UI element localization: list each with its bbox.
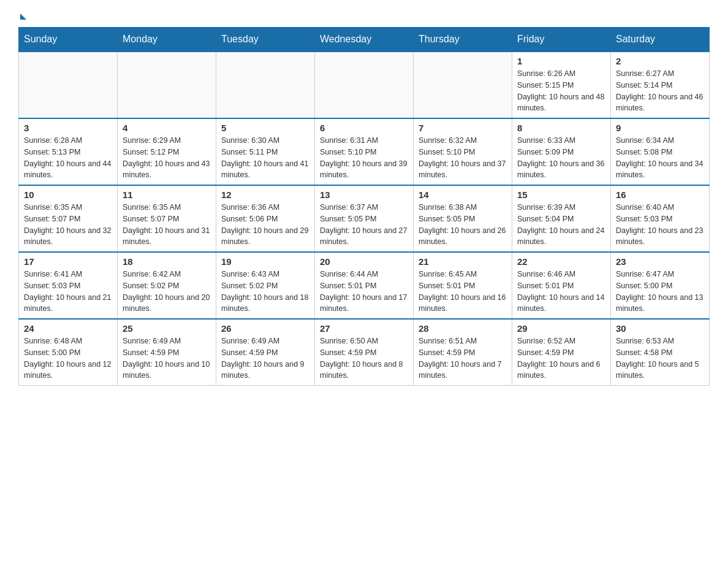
calendar-cell: 6Sunrise: 6:31 AMSunset: 5:10 PMDaylight…	[315, 118, 414, 185]
calendar-table: SundayMondayTuesdayWednesdayThursdayFrid…	[18, 27, 710, 386]
calendar-cell: 3Sunrise: 6:28 AMSunset: 5:13 PMDaylight…	[19, 118, 118, 185]
day-number: 21	[419, 256, 507, 267]
day-info: Sunrise: 6:40 AMSunset: 5:03 PMDaylight:…	[616, 202, 704, 248]
day-info: Sunrise: 6:27 AMSunset: 5:14 PMDaylight:…	[616, 68, 704, 114]
day-info: Sunrise: 6:47 AMSunset: 5:00 PMDaylight:…	[616, 269, 704, 315]
day-info: Sunrise: 6:38 AMSunset: 5:05 PMDaylight:…	[419, 202, 507, 248]
day-info: Sunrise: 6:49 AMSunset: 4:59 PMDaylight:…	[221, 335, 309, 381]
day-info: Sunrise: 6:50 AMSunset: 4:59 PMDaylight:…	[320, 335, 408, 381]
day-number: 7	[419, 123, 507, 133]
day-info: Sunrise: 6:52 AMSunset: 4:59 PMDaylight:…	[517, 335, 605, 381]
calendar-cell: 10Sunrise: 6:35 AMSunset: 5:07 PMDayligh…	[19, 185, 118, 252]
day-number: 18	[123, 256, 211, 267]
day-number: 28	[419, 323, 507, 334]
calendar-cell: 30Sunrise: 6:53 AMSunset: 4:58 PMDayligh…	[611, 319, 710, 386]
calendar-cell: 16Sunrise: 6:40 AMSunset: 5:03 PMDayligh…	[611, 185, 710, 252]
day-of-week-friday: Friday	[512, 28, 611, 52]
logo	[18, 12, 26, 17]
calendar-cell: 4Sunrise: 6:29 AMSunset: 5:12 PMDaylight…	[118, 118, 216, 185]
day-number: 5	[221, 123, 309, 133]
calendar-week-4: 17Sunrise: 6:41 AMSunset: 5:03 PMDayligh…	[19, 252, 710, 319]
day-number: 17	[24, 256, 112, 267]
day-number: 29	[517, 323, 605, 334]
calendar-header-row: SundayMondayTuesdayWednesdayThursdayFrid…	[19, 28, 710, 52]
day-info: Sunrise: 6:30 AMSunset: 5:11 PMDaylight:…	[221, 135, 309, 181]
calendar-cell: 8Sunrise: 6:33 AMSunset: 5:09 PMDaylight…	[512, 118, 611, 185]
calendar-cell: 23Sunrise: 6:47 AMSunset: 5:00 PMDayligh…	[611, 252, 710, 319]
day-number: 19	[221, 256, 309, 267]
day-of-week-sunday: Sunday	[19, 28, 118, 52]
day-number: 6	[320, 123, 408, 133]
day-info: Sunrise: 6:35 AMSunset: 5:07 PMDaylight:…	[123, 202, 211, 248]
calendar-cell: 26Sunrise: 6:49 AMSunset: 4:59 PMDayligh…	[216, 319, 315, 386]
day-of-week-tuesday: Tuesday	[216, 28, 315, 52]
day-info: Sunrise: 6:49 AMSunset: 4:59 PMDaylight:…	[123, 335, 211, 381]
day-number: 8	[517, 123, 605, 133]
day-info: Sunrise: 6:29 AMSunset: 5:12 PMDaylight:…	[123, 135, 211, 181]
calendar-cell: 29Sunrise: 6:52 AMSunset: 4:59 PMDayligh…	[512, 319, 611, 386]
day-info: Sunrise: 6:34 AMSunset: 5:08 PMDaylight:…	[616, 135, 704, 181]
calendar-week-1: 1Sunrise: 6:26 AMSunset: 5:15 PMDaylight…	[19, 52, 710, 118]
day-of-week-wednesday: Wednesday	[315, 28, 414, 52]
calendar-cell: 2Sunrise: 6:27 AMSunset: 5:14 PMDaylight…	[611, 52, 710, 118]
calendar-cell: 28Sunrise: 6:51 AMSunset: 4:59 PMDayligh…	[414, 319, 512, 386]
calendar-cell	[414, 52, 512, 118]
calendar-week-3: 10Sunrise: 6:35 AMSunset: 5:07 PMDayligh…	[19, 185, 710, 252]
calendar-cell: 27Sunrise: 6:50 AMSunset: 4:59 PMDayligh…	[315, 319, 414, 386]
logo-triangle-icon	[20, 13, 26, 20]
day-number: 30	[616, 323, 704, 334]
page-header	[18, 12, 710, 17]
calendar-cell	[19, 52, 118, 118]
day-info: Sunrise: 6:28 AMSunset: 5:13 PMDaylight:…	[24, 135, 112, 181]
calendar-cell: 22Sunrise: 6:46 AMSunset: 5:01 PMDayligh…	[512, 252, 611, 319]
day-info: Sunrise: 6:36 AMSunset: 5:06 PMDaylight:…	[221, 202, 309, 248]
day-info: Sunrise: 6:26 AMSunset: 5:15 PMDaylight:…	[517, 68, 605, 114]
day-number: 27	[320, 323, 408, 334]
day-number: 1	[517, 56, 605, 66]
day-number: 24	[24, 323, 112, 334]
day-info: Sunrise: 6:41 AMSunset: 5:03 PMDaylight:…	[24, 269, 112, 315]
calendar-cell: 11Sunrise: 6:35 AMSunset: 5:07 PMDayligh…	[118, 185, 216, 252]
day-info: Sunrise: 6:32 AMSunset: 5:10 PMDaylight:…	[419, 135, 507, 181]
day-number: 15	[517, 190, 605, 200]
calendar-week-5: 24Sunrise: 6:48 AMSunset: 5:00 PMDayligh…	[19, 319, 710, 386]
calendar-cell	[118, 52, 216, 118]
day-number: 14	[419, 190, 507, 200]
calendar-cell: 14Sunrise: 6:38 AMSunset: 5:05 PMDayligh…	[414, 185, 512, 252]
day-number: 10	[24, 190, 112, 200]
day-number: 13	[320, 190, 408, 200]
calendar-cell: 20Sunrise: 6:44 AMSunset: 5:01 PMDayligh…	[315, 252, 414, 319]
day-info: Sunrise: 6:51 AMSunset: 4:59 PMDaylight:…	[419, 335, 507, 381]
day-number: 22	[517, 256, 605, 267]
day-number: 23	[616, 256, 704, 267]
day-number: 12	[221, 190, 309, 200]
day-number: 3	[24, 123, 112, 133]
day-number: 2	[616, 56, 704, 66]
calendar-cell: 25Sunrise: 6:49 AMSunset: 4:59 PMDayligh…	[118, 319, 216, 386]
calendar-cell: 15Sunrise: 6:39 AMSunset: 5:04 PMDayligh…	[512, 185, 611, 252]
calendar-cell: 21Sunrise: 6:45 AMSunset: 5:01 PMDayligh…	[414, 252, 512, 319]
day-number: 25	[123, 323, 211, 334]
day-info: Sunrise: 6:43 AMSunset: 5:02 PMDaylight:…	[221, 269, 309, 315]
day-info: Sunrise: 6:37 AMSunset: 5:05 PMDaylight:…	[320, 202, 408, 248]
day-info: Sunrise: 6:42 AMSunset: 5:02 PMDaylight:…	[123, 269, 211, 315]
calendar-cell: 12Sunrise: 6:36 AMSunset: 5:06 PMDayligh…	[216, 185, 315, 252]
calendar-cell: 24Sunrise: 6:48 AMSunset: 5:00 PMDayligh…	[19, 319, 118, 386]
day-number: 26	[221, 323, 309, 334]
day-info: Sunrise: 6:45 AMSunset: 5:01 PMDaylight:…	[419, 269, 507, 315]
calendar-cell: 18Sunrise: 6:42 AMSunset: 5:02 PMDayligh…	[118, 252, 216, 319]
calendar-cell: 1Sunrise: 6:26 AMSunset: 5:15 PMDaylight…	[512, 52, 611, 118]
calendar-week-2: 3Sunrise: 6:28 AMSunset: 5:13 PMDaylight…	[19, 118, 710, 185]
day-of-week-monday: Monday	[118, 28, 216, 52]
day-info: Sunrise: 6:33 AMSunset: 5:09 PMDaylight:…	[517, 135, 605, 181]
day-info: Sunrise: 6:39 AMSunset: 5:04 PMDaylight:…	[517, 202, 605, 248]
day-number: 16	[616, 190, 704, 200]
calendar-cell: 9Sunrise: 6:34 AMSunset: 5:08 PMDaylight…	[611, 118, 710, 185]
day-of-week-saturday: Saturday	[611, 28, 710, 52]
calendar-cell: 5Sunrise: 6:30 AMSunset: 5:11 PMDaylight…	[216, 118, 315, 185]
day-info: Sunrise: 6:31 AMSunset: 5:10 PMDaylight:…	[320, 135, 408, 181]
day-info: Sunrise: 6:44 AMSunset: 5:01 PMDaylight:…	[320, 269, 408, 315]
calendar-cell: 7Sunrise: 6:32 AMSunset: 5:10 PMDaylight…	[414, 118, 512, 185]
calendar-cell: 19Sunrise: 6:43 AMSunset: 5:02 PMDayligh…	[216, 252, 315, 319]
day-number: 20	[320, 256, 408, 267]
